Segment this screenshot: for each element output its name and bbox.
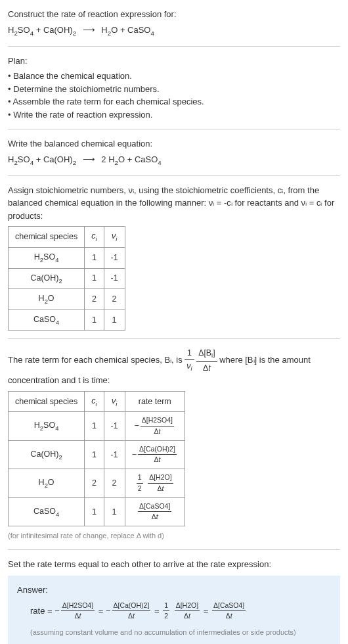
cell-rate: 12 Δ[H2O]Δt: [125, 469, 185, 498]
rate-expression: rate = −Δ[H2SO4]Δt = −Δ[Ca(OH)2]Δt = 12 …: [30, 601, 331, 622]
cell-species: CaSO4: [9, 310, 85, 331]
cell-c: 1: [85, 412, 104, 441]
answer-box: Answer: rate = −Δ[H2SO4]Δt = −Δ[Ca(OH)2]…: [8, 576, 340, 644]
answer-label: Answer:: [17, 584, 331, 597]
col-header: νi: [104, 391, 125, 412]
cell-v: 1: [104, 497, 125, 526]
col-header: ci: [85, 227, 104, 248]
table-row: H2SO4 1 -1: [9, 248, 125, 269]
balanced-equation: H2SO4 + Ca(OH)2 ⟶ 2 H2O + CaSO4: [8, 153, 340, 168]
col-header: νi: [104, 227, 125, 248]
cell-species: Ca(OH)2: [9, 268, 85, 289]
answer-assumption: (assuming constant volume and no accumul…: [30, 627, 331, 638]
table-row: Ca(OH)2 1 -1: [9, 268, 125, 289]
cell-rate: −Δ[Ca(OH)2]Δt: [125, 440, 185, 469]
cell-rate: Δ[CaSO4]Δt: [125, 497, 185, 526]
col-header: chemical species: [9, 227, 85, 248]
col-header: rate term: [125, 391, 185, 412]
cell-v: 2: [104, 289, 125, 310]
cell-species: H2SO4: [9, 412, 85, 441]
cell-c: 1: [85, 268, 104, 289]
cell-c: 2: [85, 469, 104, 498]
plan-item: Balance the chemical equation.: [8, 70, 340, 83]
table-row: H2O 2 2: [9, 289, 125, 310]
cell-c: 2: [85, 289, 104, 310]
table-row: CaSO4 1 1 Δ[CaSO4]Δt: [9, 497, 185, 526]
rateterm-note: (for infinitesimal rate of change, repla…: [8, 530, 340, 541]
cell-v: -1: [104, 248, 125, 269]
table-row: H2O 2 2 12 Δ[H2O]Δt: [9, 469, 185, 498]
final-title: Set the rate terms equal to each other t…: [8, 558, 340, 571]
rateterm-intro: The rate term for each chemical species,…: [8, 347, 340, 386]
cell-rate: −Δ[H2SO4]Δt: [125, 412, 185, 441]
cell-v: 2: [104, 469, 125, 498]
cell-c: 1: [85, 497, 104, 526]
plan-item: Determine the stoichiometric numbers.: [8, 83, 340, 96]
rateterm-table: chemical species ci νi rate term H2SO4 1…: [8, 391, 185, 527]
plan-title: Plan:: [8, 55, 340, 68]
cell-v: -1: [104, 412, 125, 441]
cell-v: -1: [104, 440, 125, 469]
table-row: CaSO4 1 1: [9, 310, 125, 331]
cell-c: 1: [85, 440, 104, 469]
col-header: ci: [85, 391, 104, 412]
stoich-table: chemical species ci νi H2SO4 1 -1 Ca(OH)…: [8, 226, 125, 331]
balanced-title: Write the balanced chemical equation:: [8, 137, 340, 150]
intro-title: Construct the rate of reaction expressio…: [8, 8, 340, 21]
cell-species: CaSO4: [9, 497, 85, 526]
unbalanced-equation: H2SO4 + Ca(OH)2 ⟶ H2O + CaSO4: [8, 24, 340, 38]
cell-v: -1: [104, 268, 125, 289]
plan-list: Balance the chemical equation. Determine…: [8, 70, 340, 121]
plan-item: Assemble the rate term for each chemical…: [8, 95, 340, 108]
cell-v: 1: [104, 310, 125, 331]
cell-c: 1: [85, 310, 104, 331]
cell-species: H2O: [9, 289, 85, 310]
plan-item: Write the rate of reaction expression.: [8, 108, 340, 122]
stoich-intro: Assign stoichiometric numbers, νᵢ, using…: [8, 184, 340, 223]
cell-species: Ca(OH)2: [9, 440, 85, 469]
cell-species: H2O: [9, 469, 85, 498]
col-header: chemical species: [9, 391, 85, 412]
table-row: Ca(OH)2 1 -1 −Δ[Ca(OH)2]Δt: [9, 440, 185, 469]
cell-species: H2SO4: [9, 248, 85, 269]
cell-c: 1: [85, 248, 104, 269]
table-row: H2SO4 1 -1 −Δ[H2SO4]Δt: [9, 412, 185, 441]
